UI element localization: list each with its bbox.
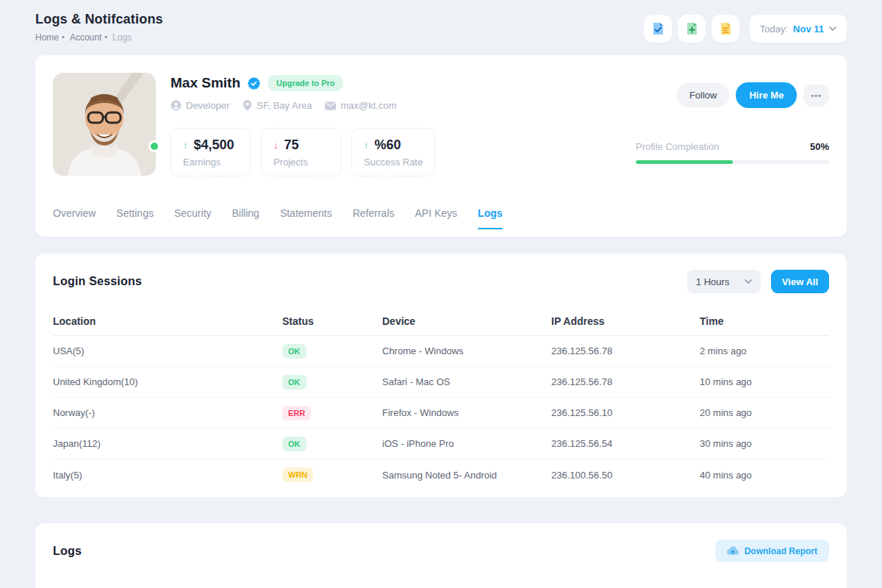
column-header: IP Address [551, 315, 700, 327]
breadcrumb-item[interactable]: Logs [112, 32, 132, 43]
stat-value: $4,500 [194, 137, 234, 153]
session-status-cell: ERR [282, 406, 382, 420]
avatar-photo [53, 73, 156, 176]
tab-overview[interactable]: Overview [53, 207, 96, 226]
date-picker[interactable]: Today: Nov 11 [750, 15, 847, 43]
stat-box: ↑$4,500Earnings [171, 128, 251, 176]
session-status-cell: OK [282, 437, 382, 451]
session-time: 20 mins ago [700, 407, 829, 418]
session-row: United Kingdom(10)OKSafari - Mac OS236.1… [53, 367, 829, 398]
logs-head: Logs Download Report [35, 523, 847, 576]
session-location: Norway(-) [53, 407, 282, 418]
sessions-head: Login Sessions 1 Hours View All [35, 254, 847, 306]
session-row: Norway(-)ERRFirefox - Windows236.125.56.… [53, 398, 829, 429]
tab-statements[interactable]: Statements [280, 207, 332, 226]
tab-settings[interactable]: Settings [116, 207, 154, 226]
tab-security[interactable]: Security [174, 207, 212, 226]
trend-down-icon: ↓ [273, 140, 279, 151]
email-item: max@kt.com [325, 100, 396, 111]
download-report-button[interactable]: Download Report [715, 539, 829, 562]
session-row: USA(5)OKChrome - Windows236.125.56.782 m… [53, 336, 829, 367]
profile-card: Max Smith Upgrade to Pro Developer [35, 55, 847, 237]
map-pin-icon [243, 100, 252, 111]
tab-referrals[interactable]: Referrals [353, 207, 395, 226]
tab-api-keys[interactable]: API Keys [415, 207, 458, 226]
name-row: Max Smith Upgrade to Pro [171, 75, 396, 91]
tab-logs[interactable]: Logs [478, 207, 502, 226]
profile-actions: Follow Hire Me ••• [677, 82, 829, 108]
breadcrumb-item[interactable]: Account [70, 32, 101, 43]
progress-label: Profile Compleation [636, 141, 719, 152]
session-time: 2 mins ago [700, 345, 829, 356]
status-badge: OK [282, 375, 306, 390]
follow-button[interactable]: Follow [677, 83, 730, 107]
stat-label: Projects [273, 157, 329, 168]
session-device: Firefox - Windows [382, 407, 551, 418]
page: Logs & Notifcations Home•Account•Logs [0, 0, 882, 588]
tab-billing[interactable]: Billing [232, 207, 259, 226]
file-add-icon [684, 21, 699, 36]
profile-completion: Profile Compleation 50% [636, 141, 829, 164]
session-status-cell: OK [282, 344, 382, 359]
profile-meta: Developer SF, Bay Area max@kt.com [171, 100, 396, 111]
sessions-controls: 1 Hours View All [687, 270, 829, 293]
logs-card: Logs Download Report 500 ERRPOST /v1/inv… [35, 523, 847, 588]
upgrade-to-pro-badge[interactable]: Upgrade to Pro [268, 75, 343, 91]
session-status-cell: OK [282, 375, 382, 390]
stat-box: ↓75Projects [261, 128, 341, 176]
file-report-button[interactable] [711, 15, 739, 43]
breadcrumb-separator: • [62, 32, 65, 43]
role-text: Developer [186, 100, 229, 111]
session-device: Samsung Noted 5- Android [382, 470, 551, 481]
hours-filter-select[interactable]: 1 Hours [687, 270, 761, 293]
profile-tabs: OverviewSettingsSecurityBillingStatement… [53, 207, 503, 226]
session-location: Japan(112) [53, 438, 282, 449]
session-ip: 236.125.56.54 [551, 438, 700, 449]
status-badge: OK [282, 344, 306, 359]
avatar [53, 73, 156, 176]
trend-up-icon: ↑ [364, 140, 369, 151]
profile-name: Max Smith [171, 75, 240, 91]
profile-info: Max Smith Upgrade to Pro Developer [171, 75, 396, 111]
breadcrumb-item[interactable]: Home [35, 32, 59, 43]
session-time: 10 mins ago [700, 376, 829, 387]
breadcrumb: Home•Account•Logs [35, 32, 163, 43]
progress-fill [636, 160, 733, 164]
column-header: Device [382, 315, 551, 327]
online-status-dot [148, 140, 160, 152]
file-add-button[interactable] [678, 15, 706, 43]
chevron-down-icon [745, 279, 752, 284]
date-label: Today: [760, 24, 788, 35]
status-badge: OK [282, 437, 306, 451]
session-location: Italy(5) [53, 470, 282, 481]
stat-box: ↑%60Success Rate [351, 128, 435, 176]
hire-me-button[interactable]: Hire Me [736, 82, 797, 108]
session-device: iOS - iPhone Pro [382, 438, 551, 449]
stat-label: Earnings [183, 157, 238, 168]
topbar-actions: Today: Nov 11 [644, 15, 847, 43]
trend-up-icon: ↑ [183, 140, 188, 151]
verified-badge-icon [247, 76, 261, 90]
logs-title: Logs [53, 545, 82, 558]
session-time: 30 mins ago [700, 438, 829, 449]
column-header: Location [53, 315, 282, 327]
page-title: Logs & Notifcations [35, 12, 163, 27]
session-device: Chrome - Windows [382, 345, 551, 356]
sessions-title: Login Sessions [53, 275, 142, 288]
status-badge: WRN [282, 467, 313, 482]
session-location: United Kingdom(10) [53, 376, 282, 387]
progress-value: 50% [810, 141, 829, 152]
session-time: 40 mins ago [700, 470, 829, 481]
session-row: Italy(5)WRNSamsung Noted 5- Android236.1… [53, 459, 829, 490]
sessions-table-body: USA(5)OKChrome - Windows236.125.56.782 m… [53, 336, 829, 490]
more-options-button[interactable]: ••• [803, 85, 829, 107]
location-text: SF, Bay Area [257, 100, 312, 111]
file-check-button[interactable] [644, 15, 672, 43]
topbar-left: Logs & Notifcations Home•Account•Logs [35, 12, 163, 43]
file-report-icon [718, 21, 733, 36]
profile-stats: ↑$4,500Earnings↓75Projects↑%60Success Ra… [171, 128, 435, 176]
session-ip: 236.125.56.10 [551, 407, 700, 418]
role-item: Developer [171, 100, 229, 111]
session-ip: 236.100.56.50 [551, 470, 700, 481]
view-all-button[interactable]: View All [771, 270, 829, 293]
